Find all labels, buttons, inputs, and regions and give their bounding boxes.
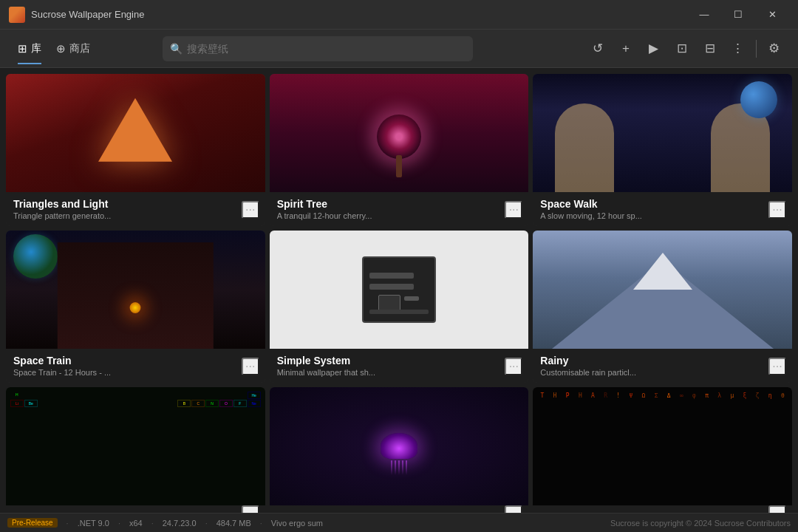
card-thumbnail — [533, 231, 792, 349]
jelly-tentacles — [381, 460, 417, 475]
card-menu-button[interactable]: ··· — [242, 358, 259, 375]
card-menu-button[interactable]: ··· — [768, 201, 786, 219]
tentacle — [395, 460, 396, 475]
tree-trunk — [396, 155, 402, 177]
wallpaper-card[interactable]: Spirit Tree A tranquil 12-hour cherry...… — [270, 74, 529, 226]
card-thumbnail — [270, 231, 529, 349]
wallpaper-grid: Triangles and Light Triangle pattern gen… — [6, 74, 792, 513]
card-menu-button[interactable]: ··· — [242, 505, 259, 513]
search-input[interactable] — [187, 43, 466, 55]
card-menu-button[interactable]: ··· — [505, 201, 522, 219]
title-bar: Sucrose Wallpaper Engine — ☐ ✕ — [0, 0, 798, 30]
matrix-char: ∞ — [675, 390, 688, 401]
matrix-chars: T H P H A R ! Ψ Ω Σ Δ ∞ φ π λ μ ξ — [533, 387, 792, 505]
display-button[interactable]: ⊡ — [669, 35, 695, 62]
card-desc: Customisable rain particl... — [540, 368, 785, 377]
status-bar: Pre-Release · .NET 9.0 · x64 · 24.7.23.0… — [0, 513, 798, 532]
maximize-button[interactable]: ☐ — [721, 4, 755, 26]
wallpaper-card[interactable]: H He Li Be B C N O F Ne Periodic Table ·… — [6, 387, 265, 513]
tunnel — [58, 242, 213, 349]
wallpaper-card[interactable]: Simple System Minimal wallpaper that sh.… — [270, 231, 529, 383]
matrix-char: H — [548, 390, 561, 401]
wallpaper-card[interactable]: Space Train Space Train - 12 Hours - ...… — [6, 231, 265, 383]
card-desc: A slow moving, 12 hour sp... — [540, 211, 785, 220]
pre-release-badge: Pre-Release — [7, 518, 58, 528]
card-info: Space Train Space Train - 12 Hours - ...… — [6, 349, 265, 383]
matrix-char: Ω — [637, 390, 649, 401]
matrix-char: ξ — [738, 390, 751, 401]
app-title: Sucrose Wallpaper Engine — [31, 9, 687, 20]
tentacle — [391, 460, 392, 475]
card-title: Spirit Tree — [277, 198, 522, 210]
refresh-button[interactable]: ↺ — [584, 35, 611, 62]
shop-icon: ⊕ — [56, 42, 66, 55]
matrix-char: φ — [688, 390, 700, 401]
card-title: Triangles and Light — [13, 198, 258, 210]
wallpaper-card[interactable]: Particulate Medusae ··· — [270, 387, 529, 513]
wallpaper-card[interactable]: Rainy Customisable rain particl... ··· — [533, 231, 792, 383]
card-thumbnail — [6, 74, 265, 192]
card-thumbnail: T H P H A R ! Ψ Ω Σ Δ ∞ φ π λ μ ξ — [533, 387, 792, 505]
toolbar-divider — [756, 40, 757, 58]
matrix-char: η — [764, 390, 777, 401]
nav-shop-label: 商店 — [69, 42, 90, 55]
card-thumbnail — [6, 231, 265, 349]
wallpaper-card[interactable]: Space Walk A slow moving, 12 hour sp... … — [533, 74, 792, 226]
card-thumbnail — [533, 74, 792, 192]
search-box: 🔍 — [163, 36, 473, 61]
arch-left — [555, 103, 614, 192]
tentacle — [406, 460, 407, 475]
card-title: Periodic Table — [13, 511, 258, 513]
wallpaper-card[interactable]: Triangles and Light Triangle pattern gen… — [6, 74, 265, 226]
search-icon: 🔍 — [170, 43, 183, 55]
nav-library[interactable]: ⊞ 库 — [10, 38, 49, 60]
card-desc: A tranquil 12-hour cherry... — [277, 211, 522, 220]
tree-art — [377, 118, 421, 177]
wallpaper-card[interactable]: T H P H A R ! Ψ Ω Σ Δ ∞ φ π λ μ ξ — [533, 387, 792, 513]
card-menu-button[interactable]: ··· — [768, 358, 786, 375]
window-controls: — ☐ ✕ — [687, 4, 789, 26]
play-button[interactable]: ▶ — [641, 35, 667, 62]
card-menu-button[interactable]: ··· — [242, 201, 259, 219]
add-button[interactable]: + — [613, 35, 639, 62]
filter-button[interactable]: ⊟ — [697, 35, 723, 62]
matrix-char: θ — [777, 390, 789, 401]
motto: Vivo ergo sum — [271, 519, 323, 528]
matrix-char: P — [562, 390, 574, 401]
more-button[interactable]: ⋮ — [725, 35, 751, 62]
card-info: Neo Matrix ··· — [533, 505, 792, 513]
nav-shop[interactable]: ⊕ 商店 — [49, 38, 98, 60]
card-title: Particulate Medusae — [277, 511, 522, 513]
card-desc: Triangle pattern generato... — [13, 211, 258, 220]
settings-button[interactable]: ⚙ — [761, 35, 788, 62]
jellyfish — [381, 433, 417, 475]
card-info: Simple System Minimal wallpaper that sh.… — [270, 349, 529, 383]
card-menu-button[interactable]: ··· — [505, 505, 522, 513]
periodic-grid: H He Li Be B C N O F Ne — [6, 387, 265, 505]
card-thumbnail — [270, 387, 529, 505]
tentacle — [398, 460, 400, 475]
card-menu-button[interactable]: ··· — [768, 505, 786, 513]
card-desc: Space Train - 12 Hours - ... — [13, 368, 258, 377]
matrix-char: T — [536, 390, 548, 401]
arch-label: x64 — [129, 519, 143, 528]
planet — [740, 81, 777, 118]
nav-group: ⊞ 库 ⊕ 商店 — [10, 38, 98, 60]
app-icon — [9, 7, 25, 23]
nav-library-label: 库 — [31, 42, 41, 55]
train-light — [130, 302, 141, 313]
toolbar-actions: ↺ + ▶ ⊡ ⊟ ⋮ ⚙ — [584, 35, 788, 62]
wallpaper-gallery[interactable]: Triangles and Light Triangle pattern gen… — [0, 68, 798, 513]
jelly-body — [381, 433, 417, 459]
close-button[interactable]: ✕ — [755, 4, 789, 26]
matrix-char: H — [574, 390, 587, 401]
minimize-button[interactable]: — — [687, 4, 721, 26]
earth — [13, 234, 58, 279]
card-title: Space Walk — [540, 198, 785, 210]
motherboard — [362, 256, 436, 323]
library-icon: ⊞ — [18, 42, 27, 55]
card-desc: Minimal wallpaper that sh... — [277, 368, 522, 377]
card-title: Rainy — [540, 355, 785, 366]
card-menu-button[interactable]: ··· — [505, 358, 522, 375]
matrix-char: λ — [713, 390, 726, 401]
